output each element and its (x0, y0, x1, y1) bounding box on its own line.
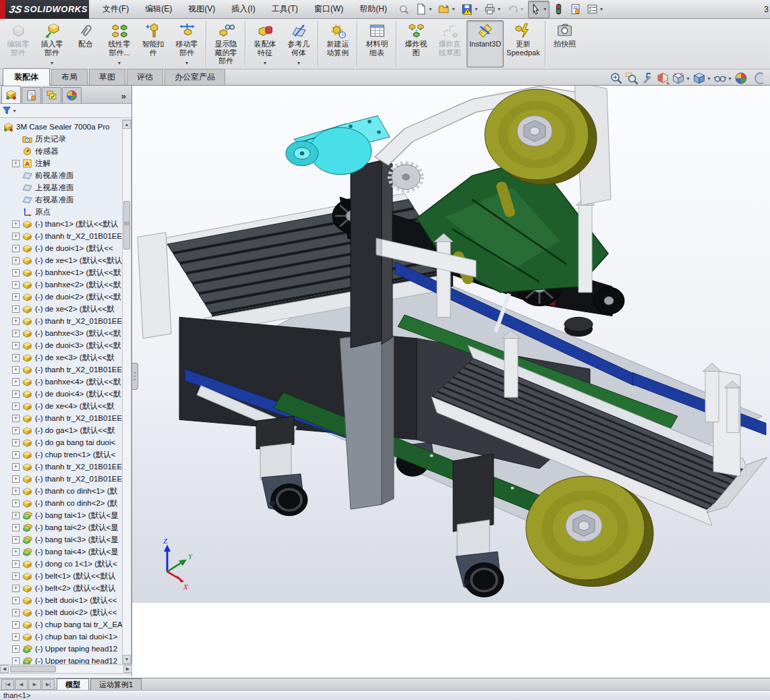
menu-item[interactable]: 编辑(E) (137, 0, 180, 18)
hideshow-button[interactable]: ▼ (713, 71, 732, 85)
horizontal-scroll-thumb[interactable] (10, 666, 56, 672)
expand-toggle[interactable]: + (12, 366, 20, 374)
tree-horizontal-scrollbar[interactable]: ◀ ▶ (0, 664, 132, 674)
tree-item[interactable]: 3M Case Sealer 7000a Pro (0, 121, 122, 133)
speedpak-button[interactable]: 更新Speedpak (504, 20, 543, 67)
explode-button[interactable]: 爆炸视图 (399, 20, 433, 67)
sheet-tab-模型[interactable]: 模型 (57, 678, 89, 691)
vertical-scroll-thumb[interactable] (123, 201, 130, 250)
move-button[interactable]: 移动零部件▼ (170, 20, 204, 67)
scroll-left-button[interactable]: ◀ (0, 665, 9, 673)
tree-item[interactable]: +(-) banhxe<2> (默认<<默 (0, 279, 122, 291)
tree-item[interactable]: +(-) de xe<1> (默认<<默认 (0, 254, 122, 266)
new-button[interactable]: ▼ (413, 1, 435, 18)
tree-item[interactable]: +(-) banhxe<1> (默认<<默 (0, 266, 122, 279)
undo-dropdown-caret[interactable]: ▼ (520, 7, 525, 11)
menu-item[interactable]: 插入(I) (223, 0, 263, 18)
vieworient-dropdown-caret[interactable]: ▼ (686, 76, 690, 81)
expand-toggle[interactable]: + (12, 500, 20, 507)
tree-item[interactable]: +原点 (0, 206, 122, 218)
panel-tab-fmtree[interactable] (1, 86, 21, 103)
expand-toggle[interactable]: + (12, 330, 20, 337)
tree-item[interactable]: +(-) banhxe<3> (默认<<默 (0, 327, 122, 339)
expand-toggle[interactable]: + (12, 548, 20, 556)
rebuild-button[interactable] (551, 1, 566, 18)
move-dropdown-caret[interactable]: ▼ (185, 61, 189, 65)
tree-item[interactable]: +上视基准面 (0, 181, 122, 194)
expand-toggle[interactable]: + (12, 512, 20, 519)
tree-item[interactable]: +(-) de duoi<4> (默认<<默 (0, 388, 122, 400)
cursor-button[interactable]: ▼ (528, 1, 550, 18)
tree-item[interactable]: +(-) thanh tr_X2_01B01EE: (0, 363, 122, 376)
options-button[interactable]: ▼ (585, 1, 606, 18)
tree-item[interactable]: +(-) bang tai<1> (默认<显 (0, 509, 122, 521)
tree-item[interactable]: +(-) chup tren<1> (默认< (0, 448, 122, 461)
refgeo-button[interactable]: 参考几何体▼ (282, 20, 316, 67)
expand-toggle[interactable]: + (12, 221, 20, 228)
scenepartial-button[interactable] (750, 71, 763, 85)
expand-toggle[interactable]: + (12, 281, 20, 289)
new-dropdown-caret[interactable]: ▼ (428, 7, 433, 11)
refgeo-dropdown-caret[interactable]: ▼ (297, 61, 301, 65)
insert-dropdown-caret[interactable]: ▼ (50, 61, 55, 65)
expand-toggle[interactable]: + (12, 609, 20, 616)
bom-button[interactable]: 材料明细表 (360, 20, 394, 67)
graphics-area[interactable]: Z Y X » ▼ 3M Case Sealer 7000a Pro+历史记录+… (0, 86, 770, 678)
tree-item[interactable]: +(-) dong co 1<1> (默认< (0, 558, 122, 570)
insert-button[interactable]: 插入零部件▼ (35, 20, 69, 67)
feature-tree-filter[interactable]: ▼ (0, 104, 131, 118)
tree-item[interactable]: +前视基准面 (0, 169, 122, 181)
expand-toggle[interactable]: + (12, 645, 20, 653)
tree-item[interactable]: +传感器 (0, 145, 122, 157)
showhid-button[interactable]: 显示隐藏的零部件 (209, 20, 243, 67)
expand-toggle[interactable]: + (12, 415, 20, 422)
expand-toggle[interactable]: + (12, 475, 20, 483)
expand-toggle[interactable]: + (12, 573, 20, 580)
zoomarea-button[interactable] (625, 71, 639, 85)
prevview-button[interactable] (641, 71, 654, 85)
undo-button[interactable]: ▼ (505, 1, 527, 18)
sheet-tab-运动算例1[interactable]: 运动算例1 (90, 678, 142, 691)
tree-item[interactable]: +(-) do ga<1> (默认<<默 (0, 424, 122, 436)
dispstyle-button[interactable]: ▼ (692, 71, 711, 85)
tree-item[interactable]: +(-) bang tai<3> (默认<显 (0, 533, 122, 546)
linear-button[interactable]: 线性零部件...▼ (102, 20, 136, 67)
expand-toggle[interactable]: + (12, 305, 20, 313)
section-button[interactable] (656, 71, 670, 85)
panel-tab-fmdisplay[interactable] (62, 87, 82, 103)
motion-button[interactable]: 新建运动算例 (321, 20, 355, 67)
tree-item[interactable]: +(-) de duoi<2> (默认<<默 (0, 291, 122, 303)
vieworient-button[interactable]: ▼ (672, 71, 690, 85)
appearance-button[interactable] (734, 71, 748, 85)
tree-item[interactable]: +(-) thanh tr_X2_01B01EE: (0, 473, 122, 485)
expand-toggle[interactable]: + (12, 597, 20, 604)
tree-item[interactable]: +(-) Upper taping head12 (0, 643, 122, 655)
menu-item[interactable]: 窗口(W) (306, 0, 351, 18)
expand-toggle[interactable]: + (12, 342, 20, 349)
tree-item[interactable]: +(-) belt duoi<1> (默认<< (0, 594, 122, 606)
expand-toggle[interactable]: + (12, 318, 20, 325)
tab-草图[interactable]: 草图 (89, 69, 125, 85)
print-dropdown-caret[interactable]: ▼ (497, 7, 502, 11)
tree-item[interactable]: +(-) bang tai<2> (默认<显 (0, 521, 122, 533)
tree-item[interactable]: +(-) Upper taping head12 (0, 655, 122, 664)
expand-toggle[interactable]: + (12, 621, 20, 629)
scroll-down-button[interactable]: ▼ (123, 655, 131, 664)
tree-item[interactable]: +(-) de xe<4> (默认<<默 (0, 400, 122, 412)
tab-评估[interactable]: 评估 (127, 69, 163, 85)
hideshow-dropdown-caret[interactable]: ▼ (728, 76, 732, 81)
open-dropdown-caret[interactable]: ▼ (451, 7, 456, 11)
tab-装配体[interactable]: 装配体 (3, 68, 50, 86)
scroll-right-button[interactable]: ▶ (123, 665, 132, 673)
dispstyle-dropdown-caret[interactable]: ▼ (707, 76, 711, 81)
expand-toggle[interactable]: + (12, 488, 20, 495)
tab-办公室产品[interactable]: 办公室产品 (165, 69, 225, 85)
sheet-nav-button[interactable]: ▶| (42, 679, 55, 690)
tree-item[interactable]: +(-) chup bang tai tr_X_EA (0, 618, 122, 631)
tree-item[interactable]: +(-) bang tai<4> (默认<显 (0, 546, 122, 558)
expand-toggle[interactable]: + (12, 257, 20, 264)
tree-item[interactable]: +(-) belt duoi<2> (默认<< (0, 606, 122, 618)
tab-布局[interactable]: 布局 (51, 69, 88, 85)
cursor-dropdown-caret[interactable]: ▼ (543, 7, 547, 11)
tree-item[interactable]: +(-) chup ban tai duoi<1> (0, 631, 122, 643)
